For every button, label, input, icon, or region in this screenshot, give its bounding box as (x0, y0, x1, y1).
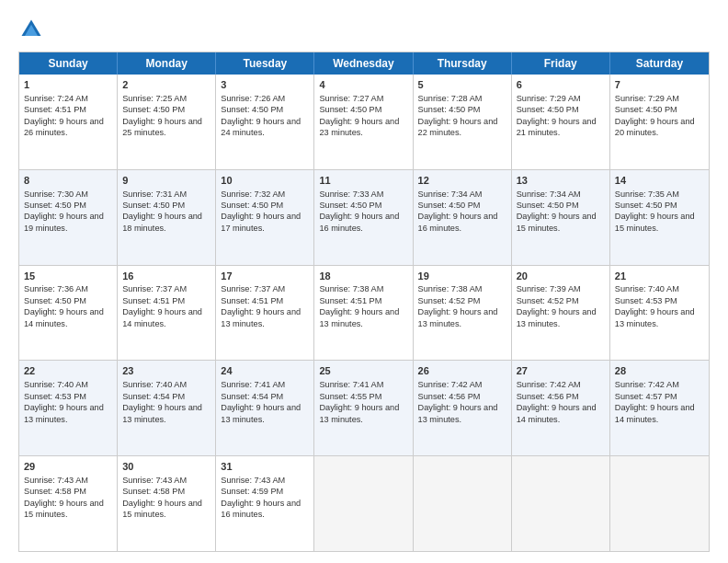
empty-cell (414, 456, 512, 551)
day-cell-11: 11Sunrise: 7:33 AMSunset: 4:50 PMDayligh… (314, 170, 413, 265)
daylight-info: Daylight: 9 hours and 26 minutes. (24, 117, 104, 137)
daylight-info: Daylight: 9 hours and 13 minutes. (319, 403, 399, 423)
day-cell-7: 7Sunrise: 7:29 AMSunset: 4:50 PMDaylight… (610, 75, 709, 169)
daylight-info: Daylight: 9 hours and 19 minutes. (24, 212, 104, 232)
day-number: 22 (24, 364, 112, 378)
day-number: 21 (615, 270, 704, 283)
day-number: 9 (122, 174, 210, 188)
sunrise-info: Sunrise: 7:33 AM (319, 190, 383, 199)
day-cell-1: 1Sunrise: 7:24 AMSunset: 4:51 PMDaylight… (19, 75, 118, 169)
day-cell-20: 20Sunrise: 7:39 AMSunset: 4:52 PMDayligh… (512, 266, 610, 361)
daylight-info: Daylight: 9 hours and 13 minutes. (122, 403, 202, 423)
sunrise-info: Sunrise: 7:41 AM (319, 380, 383, 389)
day-cell-14: 14Sunrise: 7:35 AMSunset: 4:50 PMDayligh… (610, 170, 709, 265)
daylight-info: Daylight: 9 hours and 15 minutes. (24, 499, 104, 519)
day-number: 16 (122, 270, 210, 283)
day-cell-4: 4Sunrise: 7:27 AMSunset: 4:50 PMDaylight… (314, 75, 413, 169)
day-number: 30 (122, 460, 210, 474)
day-cell-29: 29Sunrise: 7:43 AMSunset: 4:58 PMDayligh… (19, 456, 118, 551)
calendar-body: 1Sunrise: 7:24 AMSunset: 4:51 PMDaylight… (19, 75, 709, 551)
day-cell-13: 13Sunrise: 7:34 AMSunset: 4:50 PMDayligh… (512, 170, 610, 265)
header (18, 17, 710, 42)
daylight-info: Daylight: 9 hours and 14 minutes. (24, 307, 104, 327)
cal-week-1: 1Sunrise: 7:24 AMSunset: 4:51 PMDaylight… (19, 75, 709, 170)
day-number: 29 (24, 460, 112, 474)
sunset-info: Sunset: 4:54 PM (221, 392, 283, 401)
sunrise-info: Sunrise: 7:29 AM (615, 94, 679, 103)
sunrise-info: Sunrise: 7:43 AM (24, 476, 88, 485)
day-number: 28 (615, 364, 704, 378)
sunset-info: Sunset: 4:50 PM (221, 201, 283, 210)
sunrise-info: Sunrise: 7:29 AM (517, 94, 581, 103)
sunrise-info: Sunrise: 7:26 AM (221, 94, 285, 103)
day-cell-26: 26Sunrise: 7:42 AMSunset: 4:56 PMDayligh… (414, 361, 512, 455)
day-cell-28: 28Sunrise: 7:42 AMSunset: 4:57 PMDayligh… (610, 361, 709, 455)
sunset-info: Sunset: 4:50 PM (24, 296, 86, 305)
sunrise-info: Sunrise: 7:43 AM (221, 476, 285, 485)
day-number: 19 (418, 270, 506, 283)
day-number: 7 (615, 78, 704, 92)
day-number: 11 (319, 174, 407, 188)
day-cell-18: 18Sunrise: 7:38 AMSunset: 4:51 PMDayligh… (314, 266, 413, 361)
sunrise-info: Sunrise: 7:36 AM (24, 284, 88, 293)
sunset-info: Sunset: 4:58 PM (24, 487, 86, 496)
day-number: 26 (418, 364, 506, 378)
sunset-info: Sunset: 4:56 PM (517, 392, 579, 401)
cal-week-5: 29Sunrise: 7:43 AMSunset: 4:58 PMDayligh… (19, 456, 709, 551)
sunrise-info: Sunrise: 7:35 AM (615, 190, 679, 199)
day-number: 1 (24, 78, 112, 92)
sunset-info: Sunset: 4:50 PM (221, 105, 283, 114)
sunrise-info: Sunrise: 7:42 AM (517, 380, 581, 389)
weekday-header-sunday: Sunday (19, 52, 118, 75)
day-cell-9: 9Sunrise: 7:31 AMSunset: 4:50 PMDaylight… (118, 170, 216, 265)
daylight-info: Daylight: 9 hours and 16 minutes. (319, 212, 399, 232)
calendar-header-row: SundayMondayTuesdayWednesdayThursdayFrid… (19, 52, 709, 75)
day-cell-3: 3Sunrise: 7:26 AMSunset: 4:50 PMDaylight… (216, 75, 314, 169)
sunrise-info: Sunrise: 7:30 AM (24, 190, 88, 199)
daylight-info: Daylight: 9 hours and 16 minutes. (418, 212, 498, 232)
daylight-info: Daylight: 9 hours and 24 minutes. (221, 117, 301, 137)
day-number: 12 (418, 174, 506, 188)
daylight-info: Daylight: 9 hours and 22 minutes. (418, 117, 498, 137)
day-number: 20 (517, 270, 605, 283)
daylight-info: Daylight: 9 hours and 18 minutes. (122, 212, 202, 232)
daylight-info: Daylight: 9 hours and 15 minutes. (517, 212, 597, 232)
day-number: 17 (221, 270, 309, 283)
day-cell-22: 22Sunrise: 7:40 AMSunset: 4:53 PMDayligh… (19, 361, 118, 455)
daylight-info: Daylight: 9 hours and 21 minutes. (517, 117, 597, 137)
sunset-info: Sunset: 4:54 PM (122, 392, 185, 401)
day-cell-12: 12Sunrise: 7:34 AMSunset: 4:50 PMDayligh… (414, 170, 512, 265)
day-number: 23 (122, 364, 210, 378)
daylight-info: Daylight: 9 hours and 13 minutes. (418, 307, 498, 327)
sunset-info: Sunset: 4:50 PM (122, 105, 185, 114)
daylight-info: Daylight: 9 hours and 13 minutes. (24, 403, 104, 423)
sunrise-info: Sunrise: 7:42 AM (418, 380, 483, 389)
sunrise-info: Sunrise: 7:28 AM (418, 94, 483, 103)
sunrise-info: Sunrise: 7:40 AM (24, 380, 88, 389)
sunset-info: Sunset: 4:50 PM (615, 105, 677, 114)
sunset-info: Sunset: 4:50 PM (319, 201, 381, 210)
day-cell-21: 21Sunrise: 7:40 AMSunset: 4:53 PMDayligh… (610, 266, 709, 361)
daylight-info: Daylight: 9 hours and 14 minutes. (517, 403, 597, 423)
day-number: 31 (221, 460, 309, 474)
day-number: 6 (517, 78, 605, 92)
sunset-info: Sunset: 4:50 PM (122, 201, 185, 210)
empty-cell (512, 456, 610, 551)
sunrise-info: Sunrise: 7:24 AM (24, 94, 88, 103)
sunset-info: Sunset: 4:58 PM (122, 487, 185, 496)
weekday-header-wednesday: Wednesday (314, 52, 413, 75)
cal-week-2: 8Sunrise: 7:30 AMSunset: 4:50 PMDaylight… (19, 170, 709, 266)
day-number: 3 (221, 78, 309, 92)
page: SundayMondayTuesdayWednesdayThursdayFrid… (0, 0, 728, 563)
day-cell-15: 15Sunrise: 7:36 AMSunset: 4:50 PMDayligh… (19, 266, 118, 361)
day-cell-25: 25Sunrise: 7:41 AMSunset: 4:55 PMDayligh… (314, 361, 413, 455)
day-cell-27: 27Sunrise: 7:42 AMSunset: 4:56 PMDayligh… (512, 361, 610, 455)
sunrise-info: Sunrise: 7:27 AM (319, 94, 383, 103)
day-cell-6: 6Sunrise: 7:29 AMSunset: 4:50 PMDaylight… (512, 75, 610, 169)
day-number: 14 (615, 174, 704, 188)
daylight-info: Daylight: 9 hours and 13 minutes. (418, 403, 498, 423)
daylight-info: Daylight: 9 hours and 15 minutes. (615, 212, 695, 232)
cal-week-3: 15Sunrise: 7:36 AMSunset: 4:50 PMDayligh… (19, 266, 709, 362)
daylight-info: Daylight: 9 hours and 15 minutes. (122, 499, 202, 519)
daylight-info: Daylight: 9 hours and 13 minutes. (517, 307, 597, 327)
